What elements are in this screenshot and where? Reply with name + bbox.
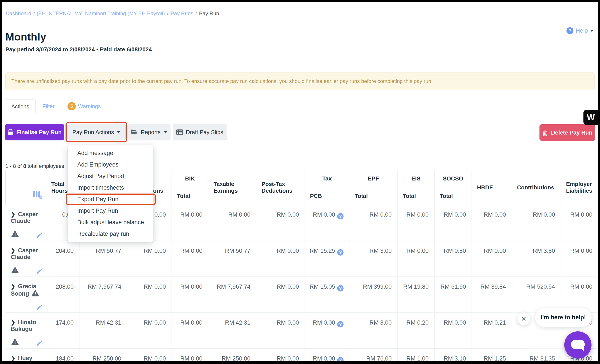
cell-value: RM 39.84 — [480, 283, 506, 290]
menu-item-import-pay-run[interactable]: Import Pay Run — [68, 205, 153, 217]
tab-actions-label: Actions — [11, 103, 29, 110]
browser-extension-w-badge[interactable]: W — [583, 110, 598, 125]
cell-liab: RM 0.00 — [561, 277, 598, 313]
pcb-help-icon[interactable]: ? — [337, 249, 344, 256]
pcb-help-icon[interactable]: ? — [337, 357, 344, 362]
cell-value: 204.00 — [56, 248, 74, 254]
screenshot-frame: Dashboard/[EH INTERNAL MY] Naminori Trai… — [0, 0, 600, 364]
column-header-hrdf: HRDF — [472, 170, 512, 205]
column-header-bik-total: Total — [172, 187, 208, 205]
column-header-taxable-earnings: Taxable Earnings — [208, 170, 256, 205]
pay-run-actions-label: Pay Run Actions — [73, 129, 114, 136]
page-title: Monthly — [5, 31, 46, 43]
cell-value: RM 520.54 — [526, 283, 555, 290]
column-settings-icon[interactable]: ⚙ — [33, 191, 43, 200]
menu-item-add-employees[interactable]: Add Employees — [68, 159, 153, 170]
cell-value: RM 19.80 — [403, 283, 429, 290]
breadcrumb: Dashboard/[EH INTERNAL MY] Naminori Trai… — [6, 10, 219, 17]
tab-filter[interactable]: Filter — [42, 99, 55, 113]
expand-row-icon[interactable]: ❯ — [11, 247, 15, 253]
column-group-epf: EPF — [349, 170, 398, 187]
cell-hrdf: RM 39.84 — [472, 277, 512, 313]
breadcrumb-link[interactable]: Pay Runs — [171, 10, 193, 16]
expand-row-icon[interactable]: ❯ — [11, 211, 15, 217]
cell-eis: RM 0.20 — [398, 313, 435, 349]
chevron-down-icon — [590, 30, 593, 32]
menu-item-add-message[interactable]: Add message — [68, 147, 153, 159]
cell-value: RM 7,967.74 — [87, 283, 121, 290]
cell-value: RM 15.05 — [309, 283, 335, 290]
help-menu[interactable]: ? Help — [566, 27, 593, 34]
cell-value: RM 250.00 — [93, 355, 121, 362]
cell-epf: RM 76.00 — [349, 349, 398, 362]
draft-pay-slips-button[interactable]: Draft Pay Slips — [173, 124, 227, 140]
cell-value: RM 76.00 — [366, 355, 392, 362]
expand-row-icon[interactable]: ❯ — [11, 319, 15, 325]
breadcrumb-link[interactable]: Dashboard — [6, 10, 31, 16]
cell-bik: RM 0.00 — [172, 241, 208, 277]
cell-value: RM 3.00 — [369, 319, 392, 326]
pcb-help-icon[interactable]: ? — [337, 321, 344, 327]
column-group-eis: EIS — [398, 170, 435, 187]
column-settings-header-cell: ⚙ — [6, 170, 46, 205]
edit-pencil-icon[interactable] — [36, 268, 43, 275]
finalise-pay-run-button[interactable]: Finalise Pay Run — [5, 124, 64, 140]
edit-pencil-icon[interactable] — [36, 339, 43, 346]
header-divider — [2, 25, 598, 25]
delete-pay-run-button[interactable]: Delete Pay Run — [539, 124, 595, 141]
employee-cell: ❯Hinato Bakugo — [6, 313, 46, 349]
unfinalised-warning-banner: There are unfinalised pay runs with a pa… — [5, 73, 595, 90]
column-header-socso-total: Total — [434, 187, 472, 205]
expand-row-icon[interactable]: ❯ — [11, 283, 15, 289]
warning-icon — [11, 338, 19, 345]
cell-value: RM 0.00 — [369, 211, 392, 218]
cell-pretax: RM 0.00 — [127, 241, 172, 277]
cell-value: RM 0.00 — [144, 283, 166, 290]
cell-epf: RM 3.00 — [349, 241, 398, 277]
reports-button[interactable]: Reports — [127, 124, 170, 140]
cell-posttax: RM 0.00 — [256, 277, 305, 313]
edit-pencil-icon[interactable] — [36, 303, 43, 311]
cell-value: RM 0.00 — [313, 355, 335, 362]
help-label: Help — [576, 28, 588, 34]
cell-taxable: RM 42.31 — [208, 313, 256, 349]
menu-item-recalculate-pay-run[interactable]: Recalculate pay run — [68, 228, 153, 240]
cell-liab: RM 0.00 — [561, 205, 598, 241]
cell-value: RM 0.00 — [533, 211, 555, 218]
cell-hrdf: RM 0.00 — [472, 241, 512, 277]
tab-actions[interactable]: Actions — [5, 99, 36, 113]
expand-row-icon[interactable]: ❯ — [11, 355, 15, 361]
cell-hours: 174.00 — [46, 313, 79, 349]
column-header-contributions: Contributions — [512, 170, 561, 205]
breadcrumb-separator: / — [196, 10, 197, 16]
cell-value: RM 0.00 — [570, 248, 592, 254]
finalise-label: Finalise Pay Run — [16, 129, 62, 136]
cell-hrdf: RM 0.00 — [472, 205, 512, 241]
employee-cell: ❯Huey — [6, 349, 46, 362]
menu-item-adjust-pay-period[interactable]: Adjust Pay Period — [68, 170, 153, 182]
menu-item-bulk-adjust-leave-balance[interactable]: Bulk adjust leave balance — [68, 217, 153, 228]
tab-warnings[interactable]: 5 Warnings — [67, 99, 101, 113]
edit-pencil-icon[interactable] — [36, 231, 43, 239]
breadcrumb-current: Pay Run — [199, 10, 219, 16]
chevron-down-icon — [117, 131, 120, 133]
menu-item-import-timesheets[interactable]: Import timesheets — [68, 182, 153, 194]
chat-launcher-button[interactable] — [564, 331, 591, 359]
pcb-help-icon[interactable]: ? — [337, 213, 344, 219]
w-logo: W — [587, 112, 595, 122]
help-question-icon: ? — [566, 27, 573, 34]
pay-run-actions-button[interactable]: Pay Run Actions — [67, 124, 126, 140]
chat-tooltip-text: I'm here to help! — [541, 314, 586, 321]
cell-socso: RM 0.80 — [434, 241, 472, 277]
cell-earnings: RM 250.00 — [79, 349, 127, 362]
cell-taxable: RM 7,967.74 — [208, 277, 256, 313]
tab-warnings-label: Warnings — [78, 103, 101, 110]
chat-close-button[interactable]: ✕ — [517, 312, 530, 325]
cell-value: RM 0.80 — [444, 248, 466, 254]
breadcrumb-link[interactable]: [EH INTERNAL MY] Naminori Training (MY E… — [37, 10, 165, 16]
pcb-help-icon[interactable]: ? — [337, 285, 344, 291]
cell-pcb: RM 15.25? — [305, 241, 349, 277]
cell-earnings: RM 50.77 — [79, 241, 127, 277]
cell-pretax: RM 0.00 — [127, 277, 172, 313]
menu-item-export-pay-run[interactable]: Export Pay Run — [68, 194, 153, 205]
